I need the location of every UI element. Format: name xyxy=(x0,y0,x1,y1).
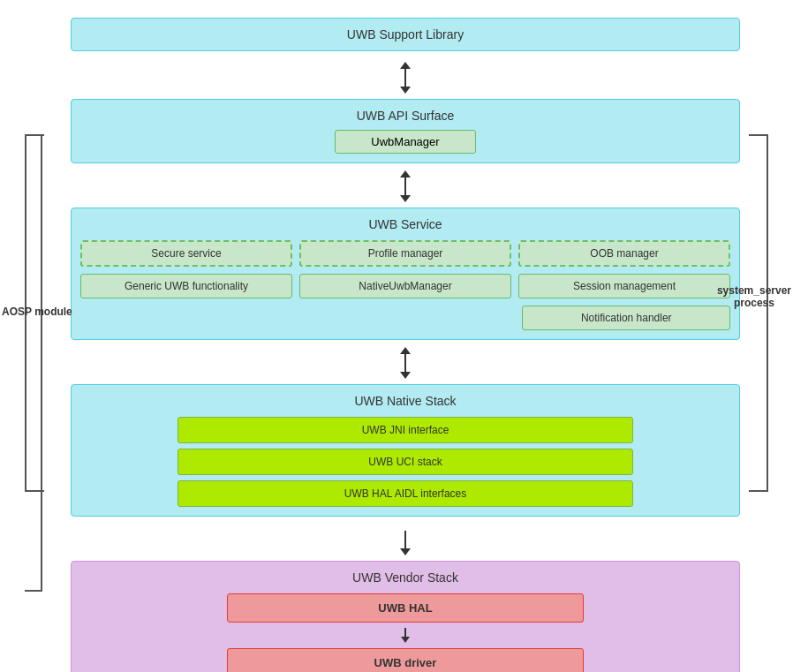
uwb-vendor-stack-block: UWB Vendor Stack UWB HAL UWB driver UWB … xyxy=(71,561,740,672)
generic-uwb-item: Generic UWB functionality xyxy=(80,274,292,298)
notification-handler-item: Notification handler xyxy=(522,306,730,330)
uwb-uci-item: UWB UCI stack xyxy=(177,449,632,475)
secure-service-item: Secure service xyxy=(80,240,292,267)
uwb-jni-item: UWB JNI interface xyxy=(177,417,632,443)
native-items-container: UWB JNI interface UWB UCI stack UWB HAL … xyxy=(80,417,730,507)
arrow-line4 xyxy=(404,531,406,548)
native-uwb-manager-item: NativeUwbManager xyxy=(299,274,511,298)
uwb-manager-container: UwbManager xyxy=(80,130,730,154)
arrow-line3 xyxy=(404,354,406,372)
arrow-native-to-vendor xyxy=(71,524,740,555)
main-container: AOSP module system_server process UWB Su… xyxy=(0,0,793,672)
uwb-manager-box: UwbManager xyxy=(335,130,476,154)
uwb-service-title: UWB Service xyxy=(80,217,730,231)
session-management-item: Session management xyxy=(518,274,730,298)
vendor-arrow-1 xyxy=(401,628,410,643)
arrow-line2 xyxy=(404,177,406,195)
arrow-down-icon4 xyxy=(400,548,411,555)
system-server-label: system_server process xyxy=(717,284,791,309)
arrow-down-icon2 xyxy=(400,195,411,202)
uwb-api-surface-block: UWB API Surface UwbManager xyxy=(71,99,740,163)
profile-manager-item: Profile manager xyxy=(299,240,511,267)
arrow-api-to-service xyxy=(71,170,740,202)
notification-row: Notification handler xyxy=(80,306,730,330)
arrow-up-icon2 xyxy=(400,170,411,177)
vendor-stack-title: UWB Vendor Stack xyxy=(80,570,730,585)
uwb-support-library-block: UWB Support Library xyxy=(71,18,740,51)
uwb-service-block: UWB Service Secure service Profile manag… xyxy=(71,208,740,340)
arrow-down-icon3 xyxy=(400,372,411,379)
vendor-items-container: UWB HAL UWB driver UWB device xyxy=(80,593,730,672)
arrow-up-icon xyxy=(400,62,411,69)
arrow-support-to-api xyxy=(71,62,740,94)
arrow-line xyxy=(404,69,406,87)
uwb-driver-item: UWB driver xyxy=(227,648,585,672)
api-surface-title: UWB API Surface xyxy=(80,109,730,123)
uwb-hal-item: UWB HAL xyxy=(227,593,585,623)
system-server-bracket xyxy=(749,134,768,492)
service-grid-row1: Secure service Profile manager OOB manag… xyxy=(80,240,730,298)
arrow-service-to-native xyxy=(71,347,740,379)
oob-manager-item: OOB manager xyxy=(518,240,730,267)
arrow-up-icon3 xyxy=(400,347,411,354)
uwb-native-stack-block: UWB Native Stack UWB JNI interface UWB U… xyxy=(71,384,740,517)
native-stack-title: UWB Native Stack xyxy=(80,394,730,408)
arrow-down-icon xyxy=(400,87,411,94)
aosp-module-label: AOSP module xyxy=(2,305,72,318)
uwb-hal-aidl-item: UWB HAL AIDL interfaces xyxy=(177,480,632,507)
